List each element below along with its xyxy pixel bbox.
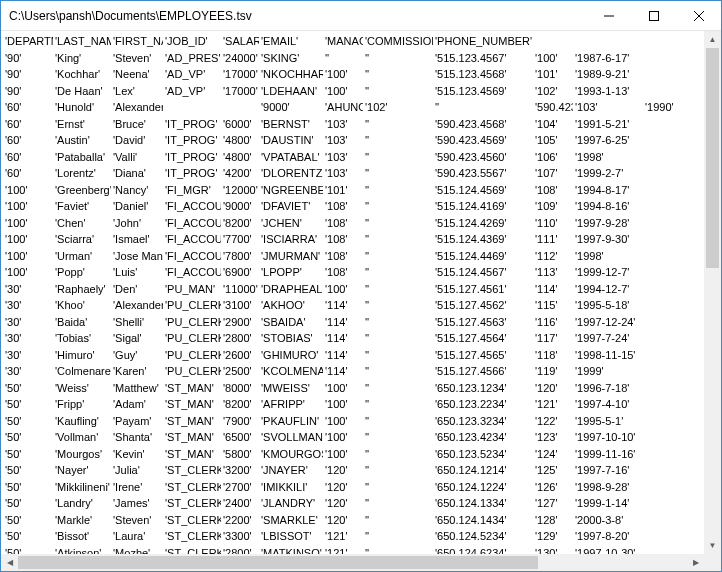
table-row[interactable]: '30''Colmenares''Karen''PU_CLERK''2500''… <box>5 363 717 380</box>
header-cell: 'COMMISSION_PCT' <box>365 33 433 50</box>
table-row[interactable]: '60''Hunold''Alexander''9000''AHUNOLD''1… <box>5 99 717 116</box>
table-row[interactable]: '50''Mikkilineni''Irene''ST_CLERK''2700'… <box>5 479 717 496</box>
data-cell: '' <box>365 330 369 347</box>
data-cell: '1998' <box>575 248 604 265</box>
horizontal-scrollbar[interactable]: ◀ ▶ <box>1 554 704 571</box>
data-cell: '107' <box>535 165 558 182</box>
data-cell: '6000' <box>223 116 252 133</box>
data-cell: '113' <box>535 264 558 281</box>
data-cell: '30' <box>5 347 21 364</box>
scroll-down-arrow[interactable]: ▼ <box>704 537 721 554</box>
table-row[interactable]: '90''King''Steven''AD_PRES''24000''SKING… <box>5 50 717 67</box>
table-row[interactable]: '50''Weiss''Matthew''ST_MAN''8000''MWEIS… <box>5 380 717 397</box>
data-cell: '' <box>365 446 369 463</box>
data-cell: 'MWEISS' <box>261 380 310 397</box>
data-cell: '' <box>365 66 369 83</box>
table-row[interactable]: '60''Austin''David''IT_PROG''4800''DAUST… <box>5 132 717 149</box>
data-cell: '30' <box>5 281 21 298</box>
data-cell: '' <box>365 215 369 232</box>
data-cell: '' <box>365 462 369 479</box>
data-cell: 'Karen' <box>113 363 147 380</box>
data-cell: 'Pataballa' <box>55 149 105 166</box>
table-row[interactable]: '60''Ernst''Bruce''IT_PROG''6000''BERNST… <box>5 116 717 133</box>
header-row[interactable]: 'DEPARTMENT_ID''LAST_NAME''FIRST_NAME''J… <box>5 33 717 50</box>
table-row[interactable]: '30''Tobias''Sigal''PU_CLERK''2800''STOB… <box>5 330 717 347</box>
data-cell: 'PKAUFLIN' <box>261 413 319 430</box>
data-cell: '100' <box>325 83 348 100</box>
table-row[interactable]: '30''Himuro''Guy''PU_CLERK''2600''GHIMUR… <box>5 347 717 364</box>
table-row[interactable]: '100''Urman''Jose Manuel''FI_ACCOUNT''78… <box>5 248 717 265</box>
table-row[interactable]: '100''Faviet''Daniel''FI_ACCOUNT''9000''… <box>5 198 717 215</box>
table-row[interactable]: '30''Baida''Shelli''PU_CLERK''2900''SBAI… <box>5 314 717 331</box>
titlebar[interactable]: C:\Users\pansh\Documents\EMPLOYEES.tsv <box>1 1 721 31</box>
table-row[interactable]: '50''Markle''Steven''ST_CLERK''2200''SMA… <box>5 512 717 529</box>
data-cell: 'Tobias' <box>55 330 91 347</box>
table-row[interactable]: '50''Bissot''Laura''ST_CLERK''3300''LBIS… <box>5 528 717 545</box>
scroll-right-arrow[interactable]: ▶ <box>687 554 704 571</box>
data-cell: 'Nancy' <box>113 182 148 199</box>
data-cell: '1998-9-28' <box>575 479 629 496</box>
minimize-button[interactable] <box>586 1 631 30</box>
maximize-button[interactable] <box>631 1 676 30</box>
data-cell: 'Shanta' <box>113 429 152 446</box>
table-row[interactable]: '90''Kochhar''Neena''AD_VP''17000''NKOCH… <box>5 66 717 83</box>
horizontal-scroll-thumb[interactable] <box>18 556 538 569</box>
data-cell: 'David' <box>113 132 145 149</box>
data-cell: '' <box>365 116 369 133</box>
data-cell: 'ST_MAN' <box>165 429 214 446</box>
table-row[interactable]: '50''Fripp''Adam''ST_MAN''8200''AFRIPP''… <box>5 396 717 413</box>
table-row[interactable]: '50''Vollman''Shanta''ST_MAN''6500''SVOL… <box>5 429 717 446</box>
data-cell: '116' <box>535 314 558 331</box>
table-row[interactable]: '100''Chen''John''FI_ACCOUNT''8200''JCHE… <box>5 215 717 232</box>
table-row[interactable]: '50''Mourgos''Kevin''ST_MAN''5800''KMOUR… <box>5 446 717 463</box>
data-cell: 'Fripp' <box>55 396 84 413</box>
data-cell: '650.124.1334' <box>435 495 507 512</box>
data-cell: '114' <box>325 363 348 380</box>
data-cell: 'ST_MAN' <box>165 380 214 397</box>
data-cell: '' <box>365 380 369 397</box>
data-cell: '3100' <box>223 297 252 314</box>
table-row[interactable]: '100''Greenberg''Nancy''FI_MGR''12000''N… <box>5 182 717 199</box>
data-cell: '30' <box>5 330 21 347</box>
vertical-scroll-thumb[interactable] <box>706 48 719 268</box>
table-row[interactable]: '100''Sciarra''Ismael''FI_ACCOUNT''7700'… <box>5 231 717 248</box>
data-cell: 'ISCIARRA' <box>261 231 317 248</box>
data-cell: '100' <box>325 281 348 298</box>
table-row[interactable]: '50''Landry''James''ST_CLERK''2400''JLAN… <box>5 495 717 512</box>
data-cell: 'STOBIAS' <box>261 330 313 347</box>
data-cell: '515.124.4469' <box>435 248 507 265</box>
data-cell: '60' <box>5 99 21 116</box>
header-cell: 'EMAIL' <box>261 33 298 50</box>
data-cell: 'Alexander' <box>113 297 163 314</box>
data-cell: 'PU_CLERK' <box>165 363 221 380</box>
data-cell: '128' <box>535 512 558 529</box>
data-cell: '590.423.4569' <box>435 132 507 149</box>
vertical-scrollbar[interactable]: ▲ ▼ <box>704 31 721 554</box>
close-button[interactable] <box>676 1 721 30</box>
table-row[interactable]: '60''Lorentz''Diana''IT_PROG''4200''DLOR… <box>5 165 717 182</box>
data-grid[interactable]: 'DEPARTMENT_ID''LAST_NAME''FIRST_NAME''J… <box>1 31 721 571</box>
table-row[interactable]: '30''Khoo''Alexander''PU_CLERK''3100''AK… <box>5 297 717 314</box>
data-cell: '515.124.4567' <box>435 264 507 281</box>
data-cell: 'LDEHAAN' <box>261 83 317 100</box>
data-cell: '117' <box>535 330 558 347</box>
data-cell: 'Lorentz' <box>55 165 96 182</box>
scroll-left-arrow[interactable]: ◀ <box>1 554 18 571</box>
data-cell: '590.423.4567' <box>535 99 573 116</box>
table-row[interactable]: '60''Pataballa''Valli''IT_PROG''4800''VP… <box>5 149 717 166</box>
data-cell: '2500' <box>223 363 252 380</box>
table-row[interactable]: '30''Raphaely''Den''PU_MAN''11000''DRAPH… <box>5 281 717 298</box>
data-cell: '1989-9-21' <box>575 66 629 83</box>
table-row[interactable]: '100''Popp''Luis''FI_ACCOUNT''6900''LPOP… <box>5 264 717 281</box>
data-cell: 'ST_CLERK' <box>165 479 221 496</box>
data-cell: '108' <box>325 231 348 248</box>
table-row[interactable]: '90''De Haan''Lex''AD_VP''17000''LDEHAAN… <box>5 83 717 100</box>
scroll-up-arrow[interactable]: ▲ <box>704 31 721 48</box>
table-row[interactable]: '50''Nayer''Julia''ST_CLERK''3200''JNAYE… <box>5 462 717 479</box>
data-cell: '103' <box>325 149 348 166</box>
data-cell: '118' <box>535 347 558 364</box>
table-row[interactable]: '50''Kaufling''Payam''ST_MAN''7900''PKAU… <box>5 413 717 430</box>
data-cell: 'IT_PROG' <box>165 116 218 133</box>
data-cell: 'ST_CLERK' <box>165 462 221 479</box>
data-cell: '' <box>365 83 369 100</box>
